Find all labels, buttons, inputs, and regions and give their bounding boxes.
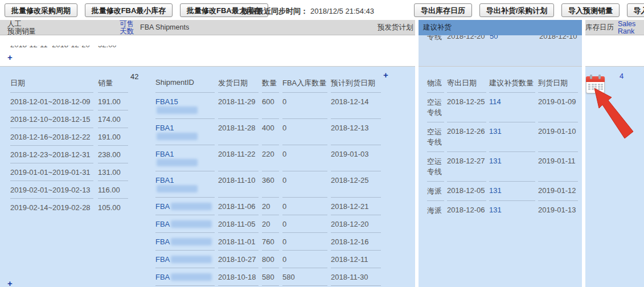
shipment-qty-cell: 760 <box>262 232 279 250</box>
repl-logistics-cell: 空运专线 <box>427 92 444 122</box>
batch-edit-fba-min-stock-button[interactable]: 批量修改FBA最小库存 <box>85 3 173 17</box>
forecast-qty-cell: 105.00 <box>98 198 128 216</box>
shipment-eta-cell: 2018-12-13 <box>331 118 381 145</box>
forecast-date-range-cell: 2018-12-10~2018-12-15 <box>10 110 93 128</box>
red-arrow-annotation <box>590 87 635 139</box>
sellable-days-value: 42 <box>130 72 138 81</box>
shipment-id-link[interactable]: FBA <box>155 273 170 281</box>
shipment-id-cell: FBA <box>155 197 215 215</box>
column-sales-rank: SalesRank <box>618 20 635 35</box>
repl-arrival-cell: 2019-01-10 <box>538 122 578 151</box>
column-pre-shipping-plan: 预发货计划 <box>378 20 413 35</box>
add-forecast-period-button[interactable]: + <box>7 278 13 287</box>
repl-arrival-cell: 2019-01-12 <box>538 181 578 200</box>
repl-logistics-cell: 空运专线 <box>427 151 444 181</box>
repl-shipdate-cell: 2018-12-27 <box>447 151 486 181</box>
column-sellable-days: 可售天数 <box>120 20 134 35</box>
repl-qty-link[interactable]: 131 <box>489 157 502 165</box>
shipment-id-cell: FBA1 <box>155 118 215 145</box>
shipment-eta-cell: 2018-12-21 <box>331 197 381 215</box>
repl-shipdate-cell: 2018-12-06 <box>447 200 486 220</box>
repl-qty-cell: 114 <box>489 92 535 122</box>
column-fba-shipments: FBA Shipments <box>140 20 189 35</box>
repl-col-logistics: 物流 <box>427 73 444 92</box>
column-suggested-replenishment: 建议补货 <box>419 20 582 35</box>
ship-col-id: ShipmentID <box>155 73 215 92</box>
shipment-inbound-cell: 0 <box>282 92 327 118</box>
repl-shipdate-cell: 2018-12-05 <box>447 181 486 200</box>
add-forecast-row-button[interactable]: + <box>7 52 13 62</box>
repl-qty-link[interactable]: 114 <box>489 97 501 106</box>
shipment-inbound-cell: 0 <box>282 232 327 250</box>
export-inventory-calendar-button[interactable]: 导出库存日历 <box>414 3 472 17</box>
shipment-id-link[interactable]: FBA1 <box>155 176 174 184</box>
ship-col-eta: 预计到货日期 <box>331 73 381 92</box>
last-sync-time: 数据最近同步时间：2018/12/5 21:54:43 <box>241 6 374 17</box>
last-sync-label: 数据最近同步时间： <box>241 7 308 15</box>
shipment-qty-cell: 360 <box>262 171 279 197</box>
shipment-id-link[interactable]: FBA <box>155 255 170 264</box>
shipment-id-redacted <box>171 203 212 210</box>
ship-col-inbound: FBA入库数量 <box>282 73 327 92</box>
shipment-date-cell: 2018-11-22 <box>218 145 259 171</box>
shipment-date-cell: 2018-11-05 <box>218 215 259 232</box>
repl-col-shipdate: 寄出日期 <box>447 73 486 92</box>
shipment-qty-cell: 600 <box>262 92 279 118</box>
shipment-date-cell: 2018-10-18 <box>218 268 259 285</box>
shipment-id-link[interactable]: FBA1 <box>155 124 174 132</box>
forecast-date-range-cell: 2019-02-01~2019-02-13 <box>10 181 93 198</box>
repl-logistics-cell: 海派 <box>427 200 444 220</box>
shipment-qty-cell: 20 <box>262 215 279 232</box>
repl-qty-cell: 131 <box>489 122 535 151</box>
export-replenishment-plan-button[interactable]: 导出补货/采购计划 <box>479 3 555 17</box>
shipment-date-cell: 2018-11-29 <box>218 92 259 118</box>
shipment-id-cell: FBA15 <box>155 92 215 118</box>
shipment-qty-cell: 220 <box>262 145 279 171</box>
shipment-id-cell: FBA1 <box>155 145 215 171</box>
repl-qty-link[interactable]: 131 <box>489 186 502 195</box>
repl-shipdate-cell: 2018-12-25 <box>447 92 486 122</box>
shipment-id-redacted <box>157 159 198 166</box>
forecast-col-date: 日期 <box>10 73 93 92</box>
shipment-id-cell: FBA <box>155 215 215 232</box>
toolbar: 批量修改采购周期 批量修改FBA最小库存 批量修改FBA最大库存 数据最近同步时… <box>0 0 644 20</box>
previous-product-row-clipped: 2018-12-11~2018-12-20 52.00 + 专线 2018-12… <box>0 35 644 67</box>
shipment-inbound-cell: 0 <box>282 171 327 197</box>
shipment-qty-cell: 20 <box>262 197 279 215</box>
shipment-qty-cell: 800 <box>262 250 279 268</box>
shipment-id-redacted <box>171 273 212 281</box>
add-shipment-button[interactable]: + <box>383 70 388 80</box>
shipment-id-redacted <box>157 106 198 114</box>
forecast-qty-cell: 238.00 <box>98 145 128 163</box>
shipment-date-cell: 2018-11-10 <box>218 171 259 197</box>
repl-arrival-cell: 2019-01-11 <box>538 151 578 181</box>
replenishment-table: 物流 寄出日期 建议补货数量 到货日期 空运专线 2018-12-25 114 … <box>427 73 575 220</box>
shipment-id-link[interactable]: FBA1 <box>155 150 174 158</box>
shipment-date-cell: 2018-11-28 <box>218 118 259 145</box>
import-pre-shipping-plan-button[interactable]: 导入预发货计划 <box>627 3 644 17</box>
repl-shipdate-cell: 2018-12-26 <box>447 122 486 151</box>
shipment-id-redacted <box>157 185 198 192</box>
shipment-inbound-cell: 0 <box>282 145 327 171</box>
shipment-eta-cell: 2018-12-20 <box>331 215 381 232</box>
shipment-id-cell: FBA <box>155 232 215 250</box>
repl-qty-link[interactable]: 131 <box>489 127 502 136</box>
forecast-qty-cell: 191.00 <box>98 92 128 110</box>
column-gutter-right <box>582 20 585 287</box>
shipment-id-cell: FBA1 <box>155 171 215 197</box>
last-sync-value: 2018/12/5 21:54:43 <box>310 7 374 15</box>
shipment-date-cell: 2018-11-06 <box>218 197 259 215</box>
shipment-qty-cell: 580 <box>262 268 279 285</box>
shipment-id-link[interactable]: FBA <box>155 220 170 228</box>
forecast-date-range-cell: 2019-01-01~2019-01-31 <box>10 163 93 181</box>
shipment-id-link[interactable]: FBA <box>155 202 170 211</box>
forecast-date-range-cell: 2018-12-01~2018-12-09 <box>10 92 93 110</box>
shipment-id-link[interactable]: FBA <box>155 237 170 246</box>
import-forecast-sales-button[interactable]: 导入预测销量 <box>561 3 620 17</box>
shipments-table: ShipmentID 发货日期 数量 FBA入库数量 预计到货日期 FBA15 … <box>155 73 378 287</box>
batch-edit-purchase-cycle-button[interactable]: 批量修改采购周期 <box>5 3 77 17</box>
shipment-id-link[interactable]: FBA15 <box>155 97 178 106</box>
repl-qty-link[interactable]: 131 <box>489 206 502 214</box>
column-manual-forecast: 人工预测销量 <box>7 20 36 35</box>
shipment-eta-cell: 2019-01-03 <box>331 145 381 171</box>
